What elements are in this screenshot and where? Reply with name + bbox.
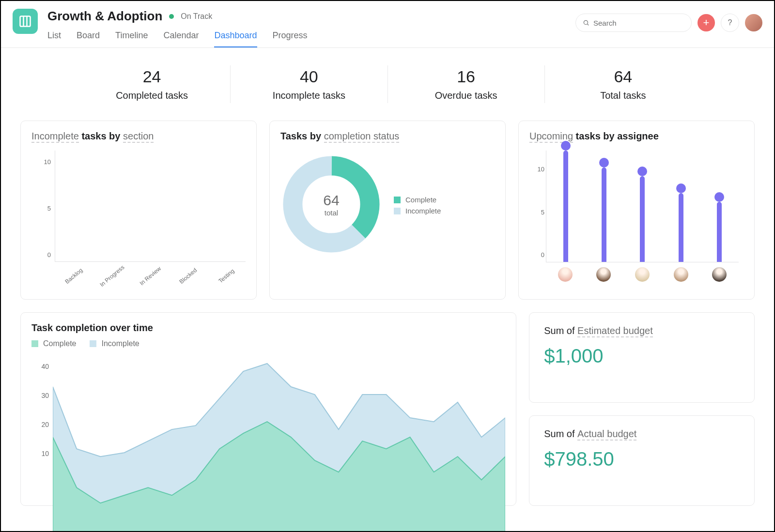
- legend-swatch-complete: [394, 197, 401, 203]
- budget-card-estimated[interactable]: Sum of Estimated budget $1,000: [529, 312, 755, 403]
- budget-value-estimated: $1,000: [544, 345, 740, 367]
- project-status[interactable]: On Track: [181, 12, 212, 21]
- budget-value-actual: $798.50: [544, 448, 740, 470]
- lollipop-bar: [602, 167, 606, 262]
- bar-label: Backlog: [57, 261, 91, 290]
- stat-label: Total tasks: [550, 90, 697, 101]
- lollipop-head: [599, 158, 609, 167]
- lollipop-bar: [563, 151, 568, 262]
- legend-swatch-complete: [31, 340, 38, 347]
- dashboard-content: 24Completed tasks40Incomplete tasks16Ove…: [1, 48, 774, 519]
- bar-label: Blocked: [171, 261, 205, 290]
- bar-label: In Review: [133, 261, 167, 290]
- status-dot-icon: [169, 14, 174, 19]
- lollipop-bar: [640, 176, 645, 262]
- tab-dashboard[interactable]: Dashboard: [214, 28, 257, 47]
- assignee-avatar[interactable]: [712, 267, 727, 282]
- card-title: Upcoming tasks by assignee: [529, 131, 744, 142]
- project-icon: [13, 9, 38, 34]
- lollipop-chart: 0510: [546, 151, 739, 262]
- donut-total-label: total: [325, 209, 338, 217]
- chart-card-tasks-by-assignee[interactable]: Upcoming tasks by assignee 0510: [518, 121, 755, 300]
- stat-value: 16: [393, 67, 540, 86]
- bar-label: In Progress: [95, 261, 129, 290]
- stat-card[interactable]: 64Total tasks: [544, 65, 701, 103]
- stat-label: Completed tasks: [78, 90, 225, 101]
- stat-label: Overdue tasks: [393, 90, 540, 101]
- svg-line-4: [587, 24, 589, 25]
- stat-card[interactable]: 16Overdue tasks: [388, 65, 544, 103]
- legend-swatch-incomplete: [394, 208, 401, 214]
- tab-board[interactable]: Board: [77, 28, 100, 47]
- search-placeholder: Search: [593, 19, 617, 27]
- help-icon: ?: [728, 18, 732, 27]
- tab-list[interactable]: List: [47, 28, 61, 47]
- lollipop-bar: [717, 202, 722, 262]
- summary-stats: 24Completed tasks40Incomplete tasks16Ove…: [74, 65, 701, 103]
- search-input[interactable]: Search: [575, 14, 692, 32]
- area-chart: 10203040: [31, 360, 505, 490]
- filter-status[interactable]: Incomplete: [31, 131, 79, 143]
- card-title: Task completion over time: [31, 322, 505, 334]
- lollipop-bar: [679, 193, 683, 262]
- chart-card-completion-over-time[interactable]: Task completion over time Complete Incom…: [20, 312, 516, 506]
- area-legend: Complete Incomplete: [31, 336, 505, 351]
- plus-icon: +: [703, 16, 710, 29]
- bar-label: Testing: [210, 261, 243, 290]
- field-actual-budget[interactable]: Actual budget: [577, 428, 636, 441]
- donut-chart: 64 total: [280, 153, 382, 257]
- chart-card-completion-status[interactable]: Tasks by completion status 64 total Comp…: [269, 121, 506, 300]
- help-button[interactable]: ?: [721, 14, 739, 32]
- chart-card-tasks-by-section[interactable]: Incomplete tasks by section 0510 Backlog…: [20, 121, 257, 300]
- budget-title: Sum of Actual budget: [544, 428, 740, 440]
- donut-total-value: 64: [323, 192, 339, 209]
- donut-legend: Complete Incomplete: [394, 193, 441, 218]
- lollipop-head: [676, 183, 686, 193]
- filter-group[interactable]: section: [123, 131, 154, 143]
- stat-value: 40: [235, 67, 382, 86]
- project-title[interactable]: Growth & Adoption: [47, 9, 162, 24]
- stat-value: 24: [78, 67, 225, 86]
- budget-card-actual[interactable]: Sum of Actual budget $798.50: [529, 415, 755, 506]
- tab-timeline[interactable]: Timeline: [115, 28, 148, 47]
- legend-swatch-incomplete: [90, 340, 96, 347]
- user-avatar[interactable]: [745, 14, 762, 31]
- assignee-avatar[interactable]: [635, 267, 650, 282]
- svg-rect-0: [20, 16, 31, 27]
- assignee-avatar[interactable]: [674, 267, 688, 282]
- view-tabs: ListBoardTimelineCalendarDashboardProgre…: [47, 28, 575, 47]
- card-title: Incomplete tasks by section: [31, 131, 246, 142]
- stat-label: Incomplete tasks: [235, 90, 382, 101]
- add-button[interactable]: +: [698, 14, 715, 31]
- assignee-avatar[interactable]: [596, 267, 611, 282]
- tab-calendar[interactable]: Calendar: [163, 28, 199, 47]
- lollipop-head: [714, 192, 724, 202]
- budget-title: Sum of Estimated budget: [544, 325, 740, 336]
- tab-progress[interactable]: Progress: [273, 28, 308, 47]
- app-header: Growth & Adoption On Track ListBoardTime…: [1, 1, 774, 48]
- lollipop-head: [561, 141, 571, 151]
- lollipop-head: [637, 167, 647, 176]
- field-estimated-budget[interactable]: Estimated budget: [577, 325, 653, 337]
- bar-chart: 0510: [41, 151, 246, 262]
- card-title: Tasks by completion status: [280, 131, 495, 142]
- stat-card[interactable]: 24Completed tasks: [74, 65, 230, 103]
- svg-point-3: [584, 20, 588, 24]
- filter-completion[interactable]: completion status: [324, 131, 400, 143]
- stat-card[interactable]: 40Incomplete tasks: [230, 65, 387, 103]
- assignee-avatar[interactable]: [558, 267, 573, 282]
- stat-value: 64: [550, 67, 697, 86]
